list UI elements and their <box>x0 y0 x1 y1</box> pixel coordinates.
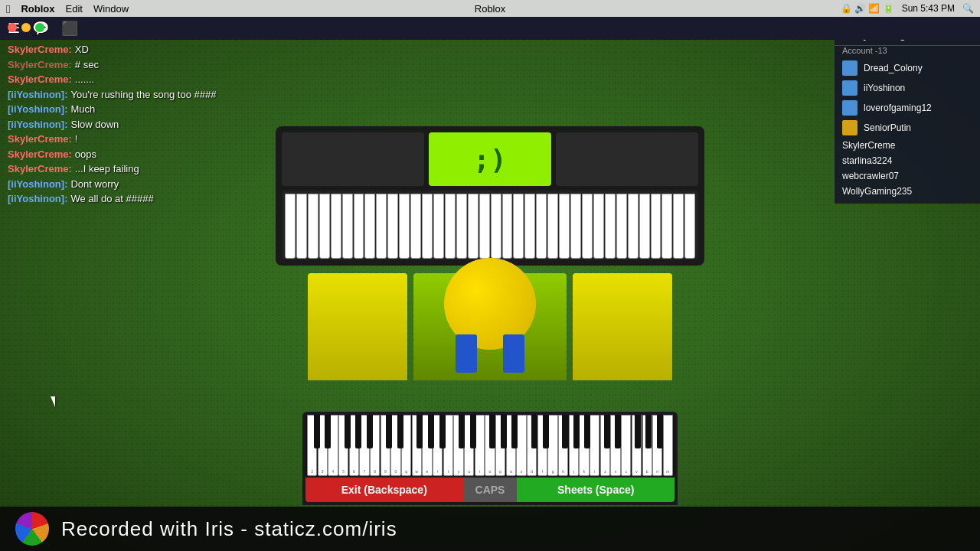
mini-white-key-8[interactable]: 0 <box>390 415 400 476</box>
piano-panel: 234567890qwertyuiopasdfghjklzxcvbnm Exit… <box>302 412 678 505</box>
chat-text-6: Slow down <box>70 117 119 132</box>
mini-white-key-9[interactable]: q <box>401 415 411 476</box>
player-avatar-2 <box>842 80 858 96</box>
piano-center-body <box>413 273 567 380</box>
mini-white-key-6[interactable]: 8 <box>370 415 380 476</box>
menu-bar-left:  Roblox Edit Window <box>6 2 129 15</box>
mini-white-key-33[interactable]: n <box>652 415 662 476</box>
mini-white-key-7[interactable]: 9 <box>381 415 390 476</box>
mini-white-key-27[interactable]: l <box>590 415 599 476</box>
chat-message-8: SkylerCreme: oops <box>8 147 268 162</box>
chat-message-3: SkylerCreme: ....... <box>8 72 268 87</box>
mini-white-key-23[interactable]: g <box>547 415 557 476</box>
player-name-5: SkylerCreme <box>842 140 895 151</box>
chat-name-10: [iiYoshinon]: <box>8 177 67 192</box>
chat-text-9: ...I keep failing <box>75 161 139 177</box>
chat-message-1: SkylerCreme: XD <box>8 42 268 57</box>
player-item-6: starlina3224 <box>835 153 980 168</box>
chat-name-1: SkylerCreme: <box>8 42 72 57</box>
player-item-2: iiYoshinon <box>835 78 980 98</box>
player-item-7: webcrawler07 <box>835 168 980 184</box>
mini-white-key-10[interactable]: w <box>412 415 422 476</box>
mini-white-key-32[interactable]: b <box>642 415 652 476</box>
player-item-1: Dread_Colony <box>835 58 980 78</box>
bottom-buttons: Exit (Backspace) CAPS Sheets (Space) <box>305 478 675 502</box>
mini-white-key-29[interactable]: x <box>610 415 620 476</box>
piano-white-keys <box>285 194 695 259</box>
mini-white-key-16[interactable]: i <box>475 415 485 476</box>
mini-white-key-12[interactable]: r <box>433 415 443 476</box>
mini-white-key-24[interactable]: h <box>558 415 568 476</box>
players-panel: WollyGaming235 Account -13 Dread_Colony … <box>835 23 980 204</box>
traffic-light-yellow[interactable] <box>21 23 31 32</box>
piano-leg-right <box>573 273 672 380</box>
player-name-3: loverofgaming12 <box>864 103 932 113</box>
mini-white-key-21[interactable]: d <box>527 415 537 476</box>
player-item-3: loverofgaming12 <box>835 98 980 118</box>
menu-roblox[interactable]: Roblox <box>21 3 54 15</box>
keyboard-ui-keys: 234567890qwertyuiopasdfghjklzxcvbnm <box>305 415 675 476</box>
mini-white-key-34[interactable]: m <box>663 415 673 476</box>
piano-body-3d <box>272 258 708 380</box>
mini-white-key-28[interactable]: z <box>600 415 610 476</box>
chat-name-9: SkylerCreme: <box>8 161 72 177</box>
chat-message-11: [iiYoshinon]: We all do at ##### <box>8 191 268 207</box>
apple-menu[interactable]:  <box>6 2 10 15</box>
mini-white-key-30[interactable]: c <box>621 415 631 476</box>
chat-text-2: # sec <box>75 57 99 73</box>
piano-screen-right <box>556 132 698 186</box>
mini-white-key-18[interactable]: p <box>495 415 505 476</box>
menu-icon[interactable]: ⬛ <box>61 20 78 37</box>
piano-blue-bar-left <box>456 334 477 373</box>
traffic-light-red[interactable] <box>8 23 17 32</box>
mini-white-key-3[interactable]: 5 <box>338 415 348 476</box>
caps-button[interactable]: CAPS <box>463 478 518 502</box>
exit-button[interactable]: Exit (Backspace) <box>305 478 463 502</box>
iris-bar: Recorded with Iris - staticz.com/iris <box>0 507 980 551</box>
piano-3d: ;) <box>276 126 704 266</box>
mini-white-key-14[interactable]: y <box>453 415 463 476</box>
sheets-button[interactable]: Sheets (Space) <box>517 478 675 502</box>
mini-white-key-20[interactable]: s <box>516 415 526 476</box>
iris-logo-icon <box>15 512 49 546</box>
macos-menu-bar:  Roblox Edit Window Roblox 🔒 🔊 📶 🔋 Sun … <box>0 0 980 17</box>
mini-white-key-17[interactable]: o <box>485 415 495 476</box>
chat-name-7: SkylerCreme: <box>8 132 72 147</box>
chat-panel: SkylerCreme: XD SkylerCreme: # sec Skyle… <box>8 42 268 207</box>
menu-window[interactable]: Window <box>93 3 129 15</box>
chat-name-2: SkylerCreme: <box>8 57 72 73</box>
iris-text: Recorded with Iris - staticz.com/iris <box>61 517 397 541</box>
player-name-8: WollyGaming235 <box>842 186 912 197</box>
chat-text-8: oops <box>75 147 96 162</box>
mini-white-key-31[interactable]: v <box>632 415 642 476</box>
mini-white-key-0[interactable]: 2 <box>307 415 317 476</box>
player-name-7: webcrawler07 <box>842 171 899 181</box>
player-avatar-4 <box>842 120 858 135</box>
chat-text-4: You're rushing the song too #### <box>70 87 216 103</box>
mini-white-key-22[interactable]: f <box>537 415 547 476</box>
player-name-1: Dread_Colony <box>864 63 923 73</box>
mini-white-key-25[interactable]: j <box>569 415 579 476</box>
chat-name-11: [iiYoshinon]: <box>8 191 67 207</box>
mini-white-key-1[interactable]: 3 <box>318 415 328 476</box>
piano-3d-container: ;) <box>272 126 708 380</box>
chat-message-10: [iiYoshinon]: Dont worry <box>8 177 268 192</box>
menu-bar-time: Sun 5:43 PM <box>902 3 955 14</box>
mini-white-key-5[interactable]: 7 <box>359 415 369 476</box>
mini-white-key-2[interactable]: 4 <box>328 415 338 476</box>
mini-white-key-13[interactable]: t <box>443 415 453 476</box>
chat-message-7: SkylerCreme: ! <box>8 132 268 147</box>
menu-bar-search[interactable]: 🔍 <box>962 3 974 14</box>
chat-message-5: [iiYoshinon]: Much <box>8 102 268 117</box>
mini-white-key-19[interactable]: a <box>506 415 516 476</box>
player-name-4: SeniorPutin <box>864 122 911 133</box>
menu-edit[interactable]: Edit <box>66 3 83 15</box>
keyboard-ui: 234567890qwertyuiopasdfghjklzxcvbnm Exit… <box>302 412 678 505</box>
traffic-light-green[interactable] <box>35 23 44 32</box>
chat-text-5: Much <box>70 102 95 117</box>
mini-white-key-11[interactable]: e <box>422 415 432 476</box>
mini-white-key-26[interactable]: k <box>579 415 589 476</box>
mini-white-key-15[interactable]: u <box>464 415 474 476</box>
mini-white-key-4[interactable]: 6 <box>349 415 359 476</box>
player-name-2: iiYoshinon <box>864 83 905 93</box>
